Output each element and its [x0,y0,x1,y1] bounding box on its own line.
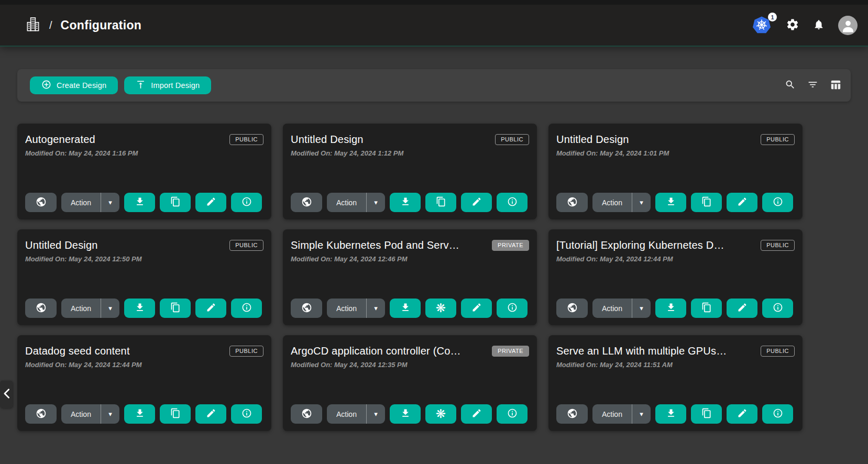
action-dropdown-button[interactable]: Action ▾ [327,193,385,212]
design-card[interactable]: [Tutorial] Exploring Kubernetes D… PUBLI… [548,229,803,325]
clone-button[interactable] [160,299,191,318]
download-button[interactable] [124,404,155,424]
clone-button[interactable] [691,404,722,424]
action-dropdown-button[interactable]: Action ▾ [592,404,651,424]
edit-button[interactable] [461,193,492,212]
visibility-globe-button[interactable] [291,193,322,212]
visibility-globe-button[interactable] [25,404,57,424]
toolbar-view-controls [785,79,841,92]
action-label: Action [327,304,366,313]
visibility-globe-button[interactable] [25,193,57,212]
download-button[interactable] [390,193,421,212]
chevron-down-icon[interactable]: ▾ [101,410,119,418]
settings-button[interactable] [786,18,799,33]
download-button[interactable] [390,404,421,424]
edit-button[interactable] [727,193,757,212]
globe-icon [301,196,312,209]
chevron-down-icon[interactable]: ▾ [367,304,385,312]
clone-button[interactable] [691,299,722,318]
chevron-down-icon[interactable]: ▾ [632,410,651,418]
globe-icon [36,302,47,315]
visibility-globe-button[interactable] [291,404,322,424]
modified-date: Modified On: May 24, 2024 1:01 PM [556,149,795,157]
edit-button[interactable] [461,299,492,318]
info-button[interactable] [231,404,262,424]
design-card[interactable]: Untitled Design PUBLIC Modified On: May … [283,124,537,219]
clone-icon [701,196,712,208]
visibility-globe-button[interactable] [556,404,588,424]
info-button[interactable] [762,193,793,212]
design-card[interactable]: ArgoCD application controller (Co… PRIVA… [283,335,537,431]
action-dropdown-button[interactable]: Action ▾ [61,299,119,318]
info-icon [241,302,252,314]
app-header: / Configuration [0,0,868,47]
clone-button[interactable] [691,193,722,212]
design-card[interactable]: Datadog seed content PUBLIC Modified On:… [17,335,271,431]
create-design-label: Create Design [57,81,106,90]
info-button[interactable] [762,404,793,424]
action-dropdown-button[interactable]: Action ▾ [327,404,385,424]
filter-button[interactable] [807,79,818,92]
download-button[interactable] [655,299,686,318]
info-button[interactable] [231,193,262,212]
chevron-down-icon[interactable]: ▾ [367,410,385,418]
import-design-button[interactable]: Import Design [124,76,211,94]
table-view-button[interactable] [830,79,841,92]
action-dropdown-button[interactable]: Action ▾ [592,193,651,212]
visibility-badge: PRIVATE [492,346,529,357]
visibility-globe-button[interactable] [556,299,588,318]
design-card[interactable]: Serve an LLM with multiple GPUs… PUBLIC … [548,335,803,431]
clone-button[interactable] [160,193,191,212]
visibility-globe-button[interactable] [556,193,588,212]
download-button[interactable] [124,193,155,212]
download-button[interactable] [655,404,686,424]
design-button[interactable]: ❋ [425,404,456,424]
user-avatar[interactable] [838,16,858,35]
bell-icon [813,18,825,32]
info-button[interactable] [762,299,793,318]
modified-date: Modified On: May 24, 2024 11:51 AM [556,361,795,369]
clone-icon [701,302,712,314]
design-card[interactable]: Autogenerated PUBLIC Modified On: May 24… [17,124,271,219]
visibility-globe-button[interactable] [291,299,322,318]
clone-icon [170,196,181,208]
navigator-collapse-toggle[interactable] [0,381,13,408]
action-dropdown-button[interactable]: Action ▾ [327,299,385,318]
kubernetes-context-button[interactable]: 1 [752,16,772,34]
edit-button[interactable] [195,404,226,424]
download-button[interactable] [124,299,155,318]
create-design-button[interactable]: Create Design [30,76,118,94]
edit-button[interactable] [727,299,757,318]
notifications-button[interactable] [813,18,825,32]
design-button[interactable]: ❋ [425,299,456,318]
chevron-down-icon[interactable]: ▾ [632,304,651,312]
info-button[interactable] [497,404,528,424]
chevron-down-icon[interactable]: ▾ [367,198,385,206]
chevron-down-icon[interactable]: ▾ [101,304,119,312]
info-button[interactable] [231,299,262,318]
clone-button[interactable] [425,193,456,212]
info-button[interactable] [497,299,528,318]
globe-icon [36,196,47,209]
design-title: Untitled Design [556,134,629,146]
info-button[interactable] [497,193,528,212]
edit-button[interactable] [461,404,492,424]
action-dropdown-button[interactable]: Action ▾ [592,299,651,318]
search-button[interactable] [785,79,796,92]
table-chart-icon [830,79,841,92]
download-button[interactable] [390,299,421,318]
edit-button[interactable] [195,299,226,318]
modified-date: Modified On: May 24, 2024 1:12 PM [291,149,529,157]
action-dropdown-button[interactable]: Action ▾ [61,404,119,424]
design-card[interactable]: Untitled Design PUBLIC Modified On: May … [548,124,803,219]
chevron-down-icon[interactable]: ▾ [101,198,119,206]
download-button[interactable] [655,193,686,212]
clone-button[interactable] [160,404,191,424]
visibility-globe-button[interactable] [25,299,57,318]
design-card[interactable]: Simple Kubernetes Pod and Serv… PRIVATE … [283,229,537,325]
edit-button[interactable] [727,404,757,424]
chevron-down-icon[interactable]: ▾ [632,198,651,206]
design-card[interactable]: Untitled Design PUBLIC Modified On: May … [17,229,271,325]
edit-button[interactable] [195,193,226,212]
action-dropdown-button[interactable]: Action ▾ [61,193,119,212]
